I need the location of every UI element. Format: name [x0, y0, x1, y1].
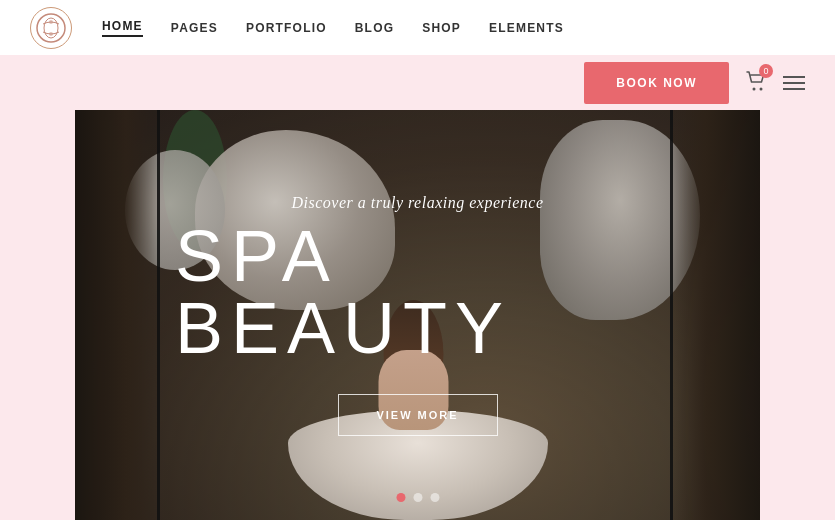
hero-section: Discover a truly relaxing experience SPA… — [75, 110, 760, 520]
slider-dots — [396, 493, 439, 502]
header: HOME PAGES PORTFOLIO BLOG SHOP ELEMENTS — [0, 0, 835, 55]
hero-title: SPA BEAUTY — [175, 220, 660, 364]
hamburger-menu[interactable] — [783, 76, 805, 90]
svg-point-4 — [753, 87, 756, 90]
nav-blog[interactable]: BLOG — [355, 21, 394, 35]
view-more-button[interactable]: VIEW MORE — [338, 394, 498, 436]
svg-point-5 — [760, 87, 763, 90]
topbar: BOOK NOW 0 — [0, 55, 835, 110]
slider-dot-1[interactable] — [396, 493, 405, 502]
slider-dot-3[interactable] — [430, 493, 439, 502]
logo-icon — [30, 7, 72, 49]
svg-point-3 — [49, 32, 53, 36]
hero-subtitle: Discover a truly relaxing experience — [175, 194, 660, 212]
svg-point-2 — [49, 20, 53, 24]
nav-portfolio[interactable]: PORTFOLIO — [246, 21, 327, 35]
hero-content: Discover a truly relaxing experience SPA… — [75, 194, 760, 436]
page-wrapper: HOME PAGES PORTFOLIO BLOG SHOP ELEMENTS … — [0, 0, 835, 520]
main-nav: HOME PAGES PORTFOLIO BLOG SHOP ELEMENTS — [102, 19, 805, 37]
nav-elements[interactable]: ELEMENTS — [489, 21, 564, 35]
cart-badge: 0 — [759, 64, 773, 78]
nav-shop[interactable]: SHOP — [422, 21, 461, 35]
book-now-button[interactable]: BOOK NOW — [584, 62, 729, 104]
slider-dot-2[interactable] — [413, 493, 422, 502]
hero-wrapper: Discover a truly relaxing experience SPA… — [0, 110, 835, 520]
logo-area[interactable] — [30, 7, 72, 49]
nav-pages[interactable]: PAGES — [171, 21, 218, 35]
nav-home[interactable]: HOME — [102, 19, 143, 37]
cart-icon[interactable]: 0 — [745, 70, 767, 96]
